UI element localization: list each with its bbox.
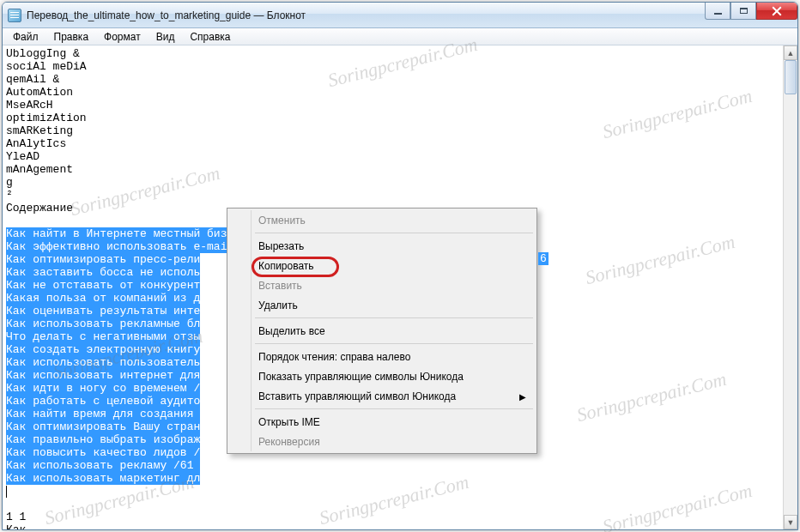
ctx-insert-unicode[interactable]: Вставить управляющий символ Юникода ▶: [229, 386, 535, 406]
menu-help[interactable]: Справка: [183, 29, 237, 45]
text-line: YleAD: [6, 150, 781, 163]
scroll-up-arrow-icon[interactable]: ▲: [784, 45, 797, 60]
ctx-open-ime[interactable]: Открыть IME: [229, 412, 535, 432]
text-line: qemAil &: [6, 73, 781, 86]
ctx-separator: [255, 343, 533, 344]
ctx-insert-unicode-label: Вставить управляющий символ Юникода: [258, 390, 456, 402]
ctx-separator: [255, 233, 533, 233]
text-line: 1 1: [6, 511, 781, 523]
scroll-thumb[interactable]: [785, 60, 797, 94]
text-line: Как использовать маркетинг дл: [6, 472, 781, 485]
ctx-delete[interactable]: Удалить: [229, 295, 535, 315]
menu-file[interactable]: Файл: [6, 29, 45, 45]
ctx-copy[interactable]: Копировать: [229, 256, 535, 275]
text-line: ²: [6, 189, 781, 202]
menu-view[interactable]: Вид: [149, 29, 182, 45]
text-line: mAnAgement: [6, 163, 781, 176]
selection-tail-fragment: 6: [538, 252, 548, 265]
scroll-track[interactable]: [784, 60, 797, 515]
text-line: smARKeting: [6, 124, 781, 137]
window-title: Перевод_the_ultimate_how_to_marketing_gu…: [27, 9, 306, 21]
text-line: MseARcH: [6, 99, 781, 112]
submenu-arrow-icon: ▶: [519, 391, 526, 401]
context-menu: Отменить Вырезать Копировать Вставить Уд…: [227, 208, 537, 454]
notepad-icon: [8, 9, 21, 22]
ctx-separator: [255, 408, 533, 409]
text-caret: [6, 486, 7, 498]
text-line: [6, 485, 781, 498]
titlebar[interactable]: Перевод_the_ultimate_how_to_marketing_gu…: [3, 3, 797, 28]
ctx-select-all[interactable]: Выделить все: [229, 321, 535, 341]
menu-edit[interactable]: Правка: [47, 29, 96, 45]
text-line: UbloggIng &: [6, 47, 781, 60]
window-buttons: [705, 3, 797, 20]
text-line: [6, 498, 781, 511]
text-line: AutomAtion: [6, 86, 781, 99]
ctx-undo[interactable]: Отменить: [229, 210, 535, 230]
ctx-rtl[interactable]: Порядок чтения: справа налево: [229, 347, 535, 366]
minimize-button[interactable]: [705, 3, 730, 20]
menubar: Файл Правка Формат Вид Справка: [3, 28, 797, 45]
text-line: sociAl meDiA: [6, 60, 781, 73]
menu-format[interactable]: Формат: [97, 29, 148, 45]
ctx-cut[interactable]: Вырезать: [229, 236, 535, 256]
text-line: Как: [6, 523, 781, 529]
text-line: Как использовать рекламу /61: [6, 459, 781, 472]
ctx-paste[interactable]: Вставить: [229, 275, 535, 295]
text-line: AnAlytIcs: [6, 137, 781, 150]
ctx-show-unicode[interactable]: Показать управляющие символы Юникода: [229, 366, 535, 386]
maximize-button[interactable]: [730, 3, 756, 20]
text-line: g: [6, 176, 781, 189]
scroll-down-arrow-icon[interactable]: ▼: [784, 515, 797, 529]
ctx-separator: [255, 317, 533, 318]
close-button[interactable]: [756, 3, 797, 20]
text-line: optimizAtion: [6, 112, 781, 124]
vertical-scrollbar[interactable]: ▲ ▼: [783, 45, 797, 529]
ctx-reconversion[interactable]: Реконверсия: [229, 432, 535, 451]
